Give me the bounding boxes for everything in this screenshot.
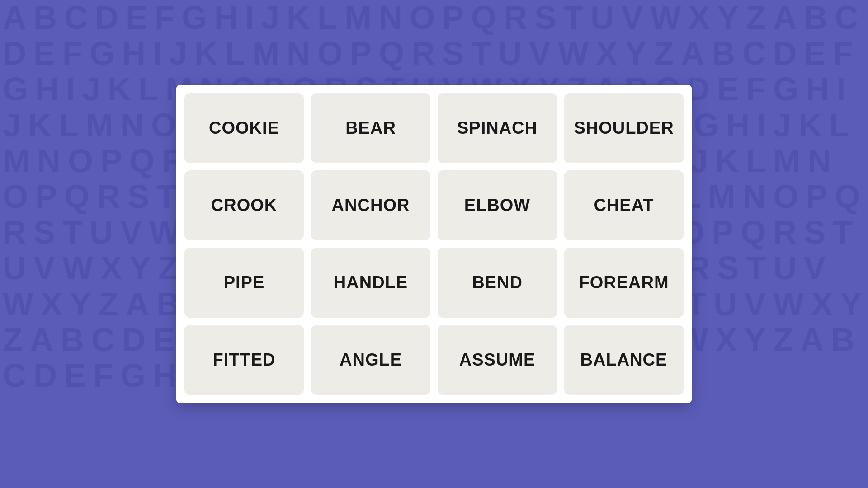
word-label-cookie: COOKIE (209, 118, 279, 138)
word-label-balance: BALANCE (580, 350, 668, 370)
word-label-fitted: FITTED (213, 350, 276, 370)
word-card-bear[interactable]: BEAR (311, 93, 430, 163)
word-card-crook[interactable]: CROOK (184, 170, 304, 240)
word-card-anchor[interactable]: ANCHOR (311, 170, 430, 240)
word-card-cheat[interactable]: CHEAT (564, 170, 684, 240)
word-card-spinach[interactable]: SPINACH (438, 93, 557, 163)
word-label-handle: HANDLE (334, 273, 408, 292)
word-card-assume[interactable]: ASSUME (438, 325, 557, 395)
word-label-bear: BEAR (345, 118, 396, 138)
word-label-spinach: SPINACH (457, 118, 538, 138)
word-label-cheat: CHEAT (594, 196, 654, 215)
word-label-crook: CROOK (211, 196, 277, 215)
word-label-pipe: PIPE (224, 273, 265, 292)
word-label-anchor: ANCHOR (332, 196, 410, 215)
word-label-elbow: ELBOW (464, 196, 530, 215)
word-card-angle[interactable]: ANGLE (311, 325, 430, 395)
word-card-fitted[interactable]: FITTED (184, 325, 304, 395)
word-label-bend: BEND (472, 273, 523, 292)
word-label-assume: ASSUME (459, 350, 536, 370)
word-label-forearm: FOREARM (579, 273, 669, 292)
word-label-angle: ANGLE (340, 350, 402, 370)
word-card-balance[interactable]: BALANCE (564, 325, 684, 395)
word-card-forearm[interactable]: FOREARM (564, 248, 684, 318)
word-card-cookie[interactable]: COOKIE (184, 93, 304, 163)
word-label-shoulder: SHOULDER (574, 118, 674, 138)
word-card-elbow[interactable]: ELBOW (438, 170, 557, 240)
word-card-pipe[interactable]: PIPE (184, 248, 304, 318)
word-grid: COOKIEBEARSPINACHSHOULDERCROOKANCHORELBO… (184, 93, 684, 395)
card-panel: COOKIEBEARSPINACHSHOULDERCROOKANCHORELBO… (176, 85, 692, 403)
word-card-shoulder[interactable]: SHOULDER (564, 93, 684, 163)
word-card-bend[interactable]: BEND (438, 248, 557, 318)
word-card-handle[interactable]: HANDLE (311, 248, 430, 318)
